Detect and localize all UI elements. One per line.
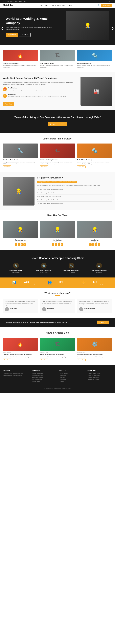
blog-desc-2: Lorem ipsum dolor sit amet, consectetur … (40, 356, 75, 358)
footer-col-about: About Us About Company Our Services Our … (59, 370, 84, 383)
why-item-3: 🔧 Metal Testing Technology Select this o… (58, 263, 84, 273)
team-2-linkedin[interactable]: in (61, 244, 63, 246)
service-2-read-more[interactable]: Read More (40, 166, 49, 168)
why-title-4: Online Support engineer (86, 270, 112, 271)
footer-about-title: About Us (59, 370, 84, 372)
about-read-more-button[interactable]: Read More (3, 102, 14, 106)
footer-service-2[interactable]: Roofing Building Metal (31, 375, 56, 376)
author-2-info: Mattie Diaz Lead Developer (47, 308, 54, 310)
footer-about-5[interactable]: Contact Us (59, 381, 84, 382)
service-2-desc: We help business elevate the through cus… (40, 161, 75, 164)
nav-services[interactable]: Services (50, 4, 56, 6)
hero-prev-arrow[interactable]: ❮ (1, 27, 3, 30)
get-quote-button[interactable]: Get a Quote (101, 4, 112, 7)
stat-2-content: 40+ Customers Benefit Every Day (53, 280, 68, 285)
blog-image-1: 🔥 (3, 338, 38, 350)
testimonial-2: Lorem ipsum dolor sit amet, consectetur … (40, 298, 75, 313)
footer-post-4[interactable]: Metal testing success (87, 379, 112, 380)
team-3-google[interactable]: g (95, 244, 97, 246)
team-name-2: Cori Anderson (40, 239, 75, 241)
why-desc-3: Select this option (58, 272, 84, 273)
search-icon[interactable]: 🔍 (98, 4, 100, 6)
mission-title: Our Mission (8, 87, 66, 89)
team-1-twitter[interactable]: t (18, 244, 20, 246)
faq-question-4: This is Why Refrigerator is the Famous! (37, 199, 75, 200)
footer-col-posts: Recent Post Creating a metal product Thi… (87, 370, 112, 383)
team-2-google[interactable]: g (58, 244, 60, 246)
quote-read-more-button[interactable]: READ MORE (97, 320, 109, 324)
mission-content: Our Mission Completely exploit agile syn… (8, 87, 66, 92)
team-3-facebook[interactable]: f (89, 244, 92, 246)
avatar-1 (5, 307, 9, 311)
team-photo-2: 👷 (40, 221, 75, 238)
team-3-twitter[interactable]: t (92, 244, 94, 246)
team-1-linkedin[interactable]: in (23, 244, 26, 246)
team-2-twitter[interactable]: t (55, 244, 57, 246)
service-1-read-more[interactable]: Read More (3, 166, 11, 168)
team-card-3: 👷 Lion Sarkar Welding f t g in (77, 221, 112, 246)
faq-content: Frequency Ask Question ? FREQUENTLY ASKE… (37, 176, 112, 206)
nav-contact[interactable]: Contact (67, 4, 72, 6)
faq-question-5: The Metal Advisor: We've Invented the Re… (37, 202, 75, 204)
hero-next-arrow[interactable]: ❯ (112, 27, 114, 30)
blog-read-more-1[interactable]: Read More (3, 358, 11, 361)
faq-question-3: Never Signs You're in Love With Refriger… (37, 196, 75, 197)
hero-appointment-button[interactable]: Appointment (6, 33, 18, 37)
team-title: Meet The Our Team (3, 214, 112, 217)
team-socials-3: f t g in (77, 244, 112, 246)
blog-title-3: The welding subject is an success-when-8 (77, 354, 112, 356)
vision-icon: 👁 (3, 94, 7, 98)
blog-title-2: Things you should know about interior (40, 354, 75, 356)
footer-service-1[interactable]: Stainless Metal Sheet (31, 373, 56, 374)
nav-blog[interactable]: Blog (62, 4, 65, 6)
nav-about[interactable]: About (45, 4, 48, 6)
nav-page[interactable]: Page (57, 4, 61, 6)
team-1-google[interactable]: g (21, 244, 23, 246)
team-socials-2: f t g in (40, 244, 75, 246)
faq-item-1[interactable]: The Metal Advisor: We've Invented the Re… (37, 188, 112, 191)
footer-post-1[interactable]: Creating a metal product (87, 373, 112, 374)
blog-underline (3, 335, 112, 335)
footer-about-2[interactable]: Our Services (59, 375, 84, 376)
faq-item-5[interactable]: The Metal Advisor: We've Invented the Re… (37, 202, 112, 205)
footer-about-4[interactable]: Latest News (59, 379, 84, 380)
service-3-read-more[interactable]: Read More (77, 166, 86, 168)
team-3-linkedin[interactable]: in (98, 244, 100, 246)
hero-learn-more-button[interactable]: Learn More (19, 33, 31, 37)
hero-buttons: Appointment Learn More (6, 33, 52, 37)
footer-service-4[interactable]: Steel Roofing Sheet (31, 379, 56, 380)
blog-read-more-2[interactable]: Read More (40, 358, 49, 361)
faq-image: 👷 (3, 176, 35, 206)
testimonial-3-text: Lorem ipsum dolor sit amet, consectetur … (79, 300, 110, 306)
nav-home[interactable]: Home (39, 4, 43, 6)
testimonials-underline (55, 296, 60, 296)
service-card-1: 🔧 Stainless Metal Sheet We help business… (3, 144, 38, 168)
footer-service-3[interactable]: Metal Sheet Company (31, 377, 56, 378)
faq-item-2[interactable]: This is Why Refrigerator is the Famous + (37, 191, 112, 195)
footer-about-3[interactable]: Our Team (59, 377, 84, 378)
stat-2-number: 40+ (53, 280, 68, 284)
team-1-facebook[interactable]: f (15, 244, 17, 246)
footer-post-3[interactable]: The welding subject is (87, 377, 112, 378)
footer-post-2[interactable]: Things you should know (87, 375, 112, 376)
faq-chevron-5: + (75, 202, 112, 204)
footer-service-5[interactable]: Stainless Metal (31, 381, 56, 382)
team-role-2: Welding (40, 241, 75, 242)
faq-question-1: The Metal Advisor: We've Invented the Re… (37, 189, 75, 190)
quote-banner: "Our goal is to be at the heart of the m… (0, 318, 115, 327)
footer-about-1[interactable]: About Company (59, 373, 84, 374)
faq-item-3[interactable]: Never Signs You're in Love With Refriger… (37, 195, 112, 198)
play-icon: ▶ (51, 123, 52, 125)
faq-section: 👷 Frequency Ask Question ? FREQUENTLY AS… (0, 172, 115, 210)
vision-title: Our Vision (8, 94, 66, 96)
footer-bottom: Copyright © 2021 Company name. All right… (3, 386, 112, 389)
faq-item-4[interactable]: This is Why Refrigerator is the Famous! … (37, 198, 112, 202)
team-2-facebook[interactable]: f (52, 244, 54, 246)
tag-metal: Metal (7, 67, 9, 68)
nav-right: 🔍 Get a Quote (98, 4, 112, 7)
play-video-button[interactable]: ▶ Appointment Video (48, 122, 67, 126)
stat-2-label: Customers Benefit Every Day (53, 284, 68, 285)
service-2-title: Roofing Building Material (40, 159, 75, 161)
faq-chevron-4: + (75, 199, 112, 200)
blog-read-more-3[interactable]: Read More (77, 358, 86, 361)
